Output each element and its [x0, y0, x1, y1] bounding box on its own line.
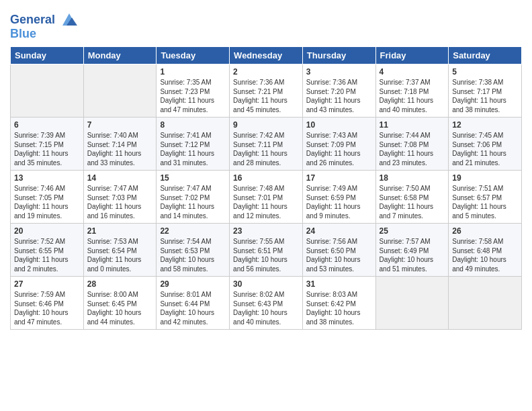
calendar-cell: 11Sunrise: 7:44 AMSunset: 7:08 PMDayligh…: [375, 118, 449, 171]
day-number: 21: [87, 226, 153, 236]
calendar-cell: 27Sunrise: 7:59 AMSunset: 6:46 PMDayligh…: [11, 277, 84, 330]
calendar-cell: 18Sunrise: 7:50 AMSunset: 6:58 PMDayligh…: [375, 171, 449, 224]
day-number: 14: [87, 173, 153, 183]
calendar-cell: 19Sunrise: 7:51 AMSunset: 6:57 PMDayligh…: [449, 171, 522, 224]
day-detail: Sunrise: 7:41 AMSunset: 7:12 PMDaylight:…: [160, 131, 226, 167]
day-number: 7: [87, 120, 153, 130]
calendar-cell: 4Sunrise: 7:37 AMSunset: 7:18 PMDaylight…: [375, 64, 449, 118]
day-detail: Sunrise: 7:39 AMSunset: 7:15 PMDaylight:…: [14, 131, 80, 167]
day-number: 18: [380, 173, 445, 183]
day-number: 9: [233, 120, 299, 130]
col-header-tuesday: Tuesday: [157, 47, 230, 64]
day-number: 27: [14, 279, 80, 289]
calendar-cell: [449, 277, 522, 330]
day-number: 22: [160, 226, 226, 236]
day-number: 8: [160, 120, 226, 130]
calendar-cell: 15Sunrise: 7:47 AMSunset: 7:02 PMDayligh…: [157, 171, 230, 224]
day-number: 13: [14, 173, 80, 183]
day-detail: Sunrise: 7:50 AMSunset: 6:58 PMDaylight:…: [380, 184, 445, 220]
day-detail: Sunrise: 7:48 AMSunset: 7:01 PMDaylight:…: [233, 184, 299, 220]
day-number: 19: [452, 173, 518, 183]
day-number: 31: [306, 279, 372, 289]
calendar-cell: 2Sunrise: 7:36 AMSunset: 7:21 PMDaylight…: [230, 64, 303, 118]
calendar-cell: 13Sunrise: 7:46 AMSunset: 7:05 PMDayligh…: [11, 171, 84, 224]
day-detail: Sunrise: 7:45 AMSunset: 7:06 PMDaylight:…: [452, 131, 518, 167]
day-number: 16: [233, 173, 299, 183]
day-detail: Sunrise: 7:46 AMSunset: 7:05 PMDaylight:…: [14, 184, 80, 220]
col-header-wednesday: Wednesday: [230, 47, 303, 64]
calendar-cell: 20Sunrise: 7:52 AMSunset: 6:55 PMDayligh…: [11, 224, 84, 277]
day-detail: Sunrise: 8:02 AMSunset: 6:43 PMDaylight:…: [233, 290, 299, 326]
day-detail: Sunrise: 8:01 AMSunset: 6:44 PMDaylight:…: [160, 290, 226, 326]
day-detail: Sunrise: 7:57 AMSunset: 6:49 PMDaylight:…: [380, 237, 445, 273]
day-number: 11: [380, 120, 445, 130]
day-number: 28: [87, 279, 153, 289]
calendar-cell: 17Sunrise: 7:49 AMSunset: 6:59 PMDayligh…: [302, 171, 375, 224]
day-number: 15: [160, 173, 226, 183]
day-number: 25: [380, 226, 445, 236]
calendar-cell: 8Sunrise: 7:41 AMSunset: 7:12 PMDaylight…: [157, 118, 230, 171]
day-detail: Sunrise: 7:47 AMSunset: 7:02 PMDaylight:…: [160, 184, 226, 220]
calendar-cell: [11, 64, 84, 118]
calendar-cell: 24Sunrise: 7:56 AMSunset: 6:50 PMDayligh…: [302, 224, 375, 277]
day-detail: Sunrise: 7:55 AMSunset: 6:51 PMDaylight:…: [233, 237, 299, 273]
day-detail: Sunrise: 7:36 AMSunset: 7:21 PMDaylight:…: [233, 78, 299, 114]
day-detail: Sunrise: 8:00 AMSunset: 6:45 PMDaylight:…: [87, 290, 153, 326]
day-number: 17: [306, 173, 372, 183]
day-detail: Sunrise: 8:03 AMSunset: 6:42 PMDaylight:…: [306, 290, 372, 326]
calendar-table: SundayMondayTuesdayWednesdayThursdayFrid…: [10, 46, 522, 330]
calendar-cell: 12Sunrise: 7:45 AMSunset: 7:06 PMDayligh…: [449, 118, 522, 171]
calendar-cell: 9Sunrise: 7:42 AMSunset: 7:11 PMDaylight…: [230, 118, 303, 171]
day-number: 10: [306, 120, 372, 130]
calendar-cell: 3Sunrise: 7:36 AMSunset: 7:20 PMDaylight…: [302, 64, 375, 118]
logo: General Blue: [10, 11, 79, 41]
calendar-cell: 10Sunrise: 7:43 AMSunset: 7:09 PMDayligh…: [302, 118, 375, 171]
calendar-cell: 30Sunrise: 8:02 AMSunset: 6:43 PMDayligh…: [230, 277, 303, 330]
col-header-thursday: Thursday: [302, 47, 375, 64]
calendar-cell: [83, 64, 157, 118]
calendar-cell: 23Sunrise: 7:55 AMSunset: 6:51 PMDayligh…: [230, 224, 303, 277]
col-header-friday: Friday: [375, 47, 449, 64]
day-detail: Sunrise: 7:52 AMSunset: 6:55 PMDaylight:…: [14, 237, 80, 273]
col-header-monday: Monday: [83, 47, 157, 64]
day-detail: Sunrise: 7:51 AMSunset: 6:57 PMDaylight:…: [452, 184, 518, 220]
day-number: 30: [233, 279, 299, 289]
calendar-cell: 14Sunrise: 7:47 AMSunset: 7:03 PMDayligh…: [83, 171, 157, 224]
calendar-cell: 6Sunrise: 7:39 AMSunset: 7:15 PMDaylight…: [11, 118, 84, 171]
day-number: 23: [233, 226, 299, 236]
calendar-cell: 29Sunrise: 8:01 AMSunset: 6:44 PMDayligh…: [157, 277, 230, 330]
calendar-cell: 7Sunrise: 7:40 AMSunset: 7:14 PMDaylight…: [83, 118, 157, 171]
calendar-cell: 25Sunrise: 7:57 AMSunset: 6:49 PMDayligh…: [375, 224, 449, 277]
col-header-saturday: Saturday: [449, 47, 522, 64]
day-detail: Sunrise: 7:43 AMSunset: 7:09 PMDaylight:…: [306, 131, 372, 167]
day-detail: Sunrise: 7:38 AMSunset: 7:17 PMDaylight:…: [452, 78, 518, 114]
page-header: General Blue: [10, 7, 522, 41]
calendar-cell: 28Sunrise: 8:00 AMSunset: 6:45 PMDayligh…: [83, 277, 157, 330]
day-number: 24: [306, 226, 372, 236]
calendar-cell: 26Sunrise: 7:58 AMSunset: 6:48 PMDayligh…: [449, 224, 522, 277]
calendar-cell: [375, 277, 449, 330]
day-detail: Sunrise: 7:53 AMSunset: 6:54 PMDaylight:…: [87, 237, 153, 273]
day-detail: Sunrise: 7:36 AMSunset: 7:20 PMDaylight:…: [306, 78, 372, 114]
day-number: 20: [14, 226, 80, 236]
col-header-sunday: Sunday: [11, 47, 84, 64]
day-number: 29: [160, 279, 226, 289]
day-detail: Sunrise: 7:58 AMSunset: 6:48 PMDaylight:…: [452, 237, 518, 273]
calendar-cell: 22Sunrise: 7:54 AMSunset: 6:53 PMDayligh…: [157, 224, 230, 277]
calendar-cell: 1Sunrise: 7:35 AMSunset: 7:23 PMDaylight…: [157, 64, 230, 118]
day-number: 5: [452, 67, 518, 77]
day-detail: Sunrise: 7:35 AMSunset: 7:23 PMDaylight:…: [160, 78, 226, 114]
day-number: 3: [306, 67, 372, 77]
day-detail: Sunrise: 7:54 AMSunset: 6:53 PMDaylight:…: [160, 237, 226, 273]
day-number: 2: [233, 67, 299, 77]
day-detail: Sunrise: 7:40 AMSunset: 7:14 PMDaylight:…: [87, 131, 153, 167]
day-detail: Sunrise: 7:49 AMSunset: 6:59 PMDaylight:…: [306, 184, 372, 220]
day-number: 1: [160, 67, 226, 77]
calendar-cell: 31Sunrise: 8:03 AMSunset: 6:42 PMDayligh…: [302, 277, 375, 330]
day-number: 6: [14, 120, 80, 130]
day-detail: Sunrise: 7:44 AMSunset: 7:08 PMDaylight:…: [380, 131, 445, 167]
day-number: 4: [380, 67, 445, 77]
day-detail: Sunrise: 7:47 AMSunset: 7:03 PMDaylight:…: [87, 184, 153, 220]
calendar-cell: 5Sunrise: 7:38 AMSunset: 7:17 PMDaylight…: [449, 64, 522, 118]
day-detail: Sunrise: 7:37 AMSunset: 7:18 PMDaylight:…: [380, 78, 445, 114]
